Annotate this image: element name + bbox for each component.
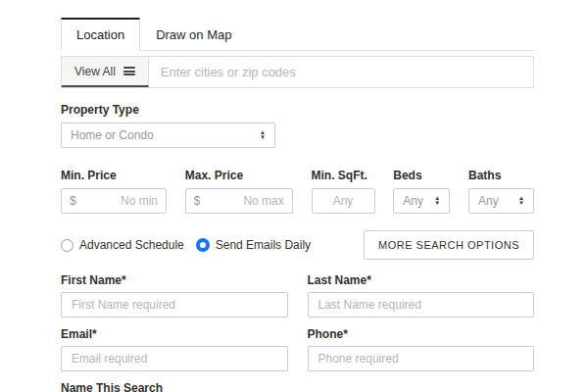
- min-sqft-label: Min. SqFt.: [312, 169, 375, 182]
- beds-select[interactable]: Any ▲▼: [393, 188, 450, 214]
- baths-label: Baths: [468, 169, 534, 182]
- first-name-field: First Name*: [61, 273, 288, 318]
- view-all-button[interactable]: View All: [62, 57, 149, 87]
- location-search-row: View All: [61, 56, 534, 88]
- property-type-value: Home or Condo: [71, 128, 154, 142]
- contact-form: First Name* Last Name* Email* Phone* Nam…: [61, 273, 534, 392]
- beds-label: Beds: [393, 169, 450, 182]
- tab-draw-on-map[interactable]: Draw on Map: [140, 18, 247, 51]
- property-type-section: Property Type Home or Condo ▲▼: [61, 103, 534, 148]
- radio-advanced-schedule[interactable]: Advanced Schedule: [61, 238, 184, 252]
- search-form-page: Location Draw on Map View All Property T…: [0, 0, 588, 392]
- min-sqft-field: Min. SqFt.: [312, 169, 375, 214]
- radio-unselected-icon: [61, 239, 74, 252]
- phone-input[interactable]: [308, 346, 535, 371]
- min-price-label: Min. Price: [61, 169, 167, 182]
- email-label: Email*: [61, 327, 288, 341]
- filters-row: Min. Price $ Max. Price $ Min. SqFt. Bed…: [61, 169, 534, 214]
- up-down-arrows-icon: ▲▼: [434, 196, 440, 207]
- radio-send-emails-daily[interactable]: Send Emails Daily: [196, 238, 311, 252]
- email-field: Email*: [61, 327, 288, 371]
- name-this-search-label: Name This Search: [61, 381, 288, 392]
- max-price-label: Max. Price: [185, 169, 293, 182]
- min-price-input[interactable]: [76, 194, 166, 208]
- radio-selected-icon: [196, 238, 210, 252]
- view-all-label: View All: [74, 65, 116, 78]
- tab-location[interactable]: Location: [61, 18, 140, 51]
- beds-value: Any: [403, 194, 423, 208]
- schedule-row: Advanced Schedule Send Emails Daily MORE…: [61, 230, 534, 260]
- last-name-label: Last Name*: [308, 273, 535, 287]
- phone-label: Phone*: [308, 327, 535, 341]
- phone-field: Phone*: [308, 327, 535, 371]
- min-price-field: Min. Price $: [61, 169, 167, 214]
- dollar-prefix: $: [186, 194, 201, 208]
- baths-select[interactable]: Any ▲▼: [468, 188, 534, 214]
- email-input[interactable]: [61, 346, 288, 371]
- first-name-input[interactable]: [61, 292, 288, 318]
- min-sqft-input[interactable]: [313, 194, 374, 208]
- baths-value: Any: [478, 194, 499, 208]
- advanced-schedule-label: Advanced Schedule: [79, 238, 184, 252]
- cities-zip-input[interactable]: [149, 57, 533, 87]
- first-name-label: First Name*: [61, 273, 288, 287]
- beds-field: Beds Any ▲▼: [393, 169, 450, 214]
- last-name-input[interactable]: [308, 292, 535, 318]
- schedule-radio-group: Advanced Schedule Send Emails Daily: [61, 238, 311, 252]
- up-down-arrows-icon: ▲▼: [260, 130, 266, 141]
- tab-bar: Location Draw on Map: [61, 18, 534, 51]
- max-price-field: Max. Price $: [185, 169, 293, 214]
- max-price-input[interactable]: [200, 194, 291, 208]
- last-name-field: Last Name*: [308, 273, 535, 318]
- property-type-label: Property Type: [61, 103, 534, 117]
- property-type-select[interactable]: Home or Condo ▲▼: [61, 122, 275, 148]
- list-menu-icon: [123, 67, 135, 75]
- more-search-options-button[interactable]: MORE SEARCH OPTIONS: [364, 230, 534, 260]
- up-down-arrows-icon: ▲▼: [518, 196, 524, 207]
- dollar-prefix: $: [62, 194, 76, 208]
- name-this-search-field: Name This Search: [61, 381, 288, 392]
- send-emails-daily-label: Send Emails Daily: [216, 238, 311, 252]
- baths-field: Baths Any ▲▼: [468, 169, 534, 214]
